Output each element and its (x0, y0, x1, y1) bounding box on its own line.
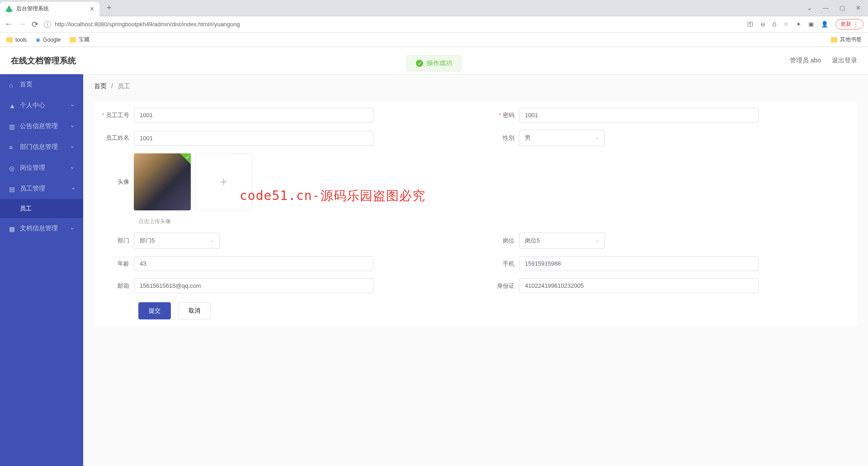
avatar-image[interactable] (134, 153, 191, 210)
sidebar-item-document[interactable]: ▦文档信息管理 (0, 218, 83, 239)
sidebar-item-home[interactable]: ⌂首页 (0, 74, 83, 95)
emp-id-label: 员工工号 (99, 111, 134, 119)
app-title: 在线文档管理系统 (11, 55, 76, 66)
upload-hint: 点击上传头像 (138, 218, 852, 225)
breadcrumb-home[interactable]: 首页 (94, 82, 107, 90)
avatar-add-button[interactable]: + (195, 153, 252, 210)
idcard-field[interactable] (519, 278, 759, 293)
doc-icon: ▦ (9, 225, 15, 232)
zoom-icon[interactable]: ⊖ (760, 21, 765, 28)
forward-icon[interactable]: → (18, 19, 26, 29)
close-window-icon[interactable]: ✕ (856, 5, 861, 11)
browser-tab[interactable]: 后台管理系统 × (0, 2, 99, 16)
dept-label: 部门 (99, 237, 134, 245)
star-icon[interactable]: ☆ (783, 21, 789, 28)
chart-icon: ▥ (9, 123, 15, 129)
cancel-button[interactable]: 取消 (178, 302, 211, 319)
bookmark-tools[interactable]: tools (6, 37, 27, 43)
emp-id-field[interactable] (134, 108, 373, 123)
chevron-down-icon[interactable]: ⌄ (807, 5, 812, 11)
sidebar-item-department[interactable]: ≡部门信息管理 (0, 137, 83, 157)
dept-select[interactable]: 部门5 (134, 233, 220, 249)
password-field[interactable] (519, 108, 759, 123)
main-content: 首页 / 员工 员工工号 密码 员工姓名 性别男 头像 + (83, 47, 868, 466)
name-label: 员工姓名 (99, 134, 134, 142)
reload-icon[interactable]: ⟳ (32, 19, 38, 29)
maximize-icon[interactable]: ▢ (840, 5, 845, 11)
sidebar-item-notice[interactable]: ▥公告信息管理 (0, 116, 83, 137)
folder-icon (6, 37, 13, 43)
breadcrumb-current: 员工 (118, 82, 130, 90)
breadcrumb: 首页 / 员工 (94, 82, 857, 90)
minimize-icon[interactable]: — (823, 5, 829, 11)
sidepanel-icon[interactable]: ▣ (808, 21, 814, 28)
name-field[interactable] (134, 131, 373, 146)
idcard-label: 身份证 (485, 282, 519, 290)
gender-label: 性别 (485, 134, 519, 142)
url-text: http://localhost:8080/springbootpkh49/ad… (55, 21, 240, 28)
info-icon: i (44, 21, 51, 28)
user-icon: ▲ (9, 102, 15, 109)
phone-label: 手机 (485, 260, 519, 268)
folder-icon (831, 37, 837, 43)
sidebar-item-position[interactable]: ◎岗位管理 (0, 157, 83, 178)
success-toast: 操作成功 (406, 55, 462, 71)
age-field[interactable] (134, 256, 373, 271)
sidebar-subitem-employee[interactable]: 员工 (0, 199, 83, 218)
browser-toolbar: ← → ⟳ i http://localhost:8080/springboot… (0, 16, 868, 33)
bookmarks-bar: tools ◉Google 宝藏 其他书签 (0, 33, 868, 47)
vue-icon (5, 5, 13, 13)
google-icon: ◉ (36, 37, 40, 43)
avatar-label: 头像 (99, 178, 134, 186)
translate-icon[interactable]: ⎙ (773, 21, 776, 28)
form-card: 员工工号 密码 员工姓名 性别男 头像 + 点击上传头像 部门部门5 (94, 101, 857, 326)
bookmark-google[interactable]: ◉Google (36, 37, 61, 43)
submit-button[interactable]: 提交 (138, 302, 171, 319)
admin-label[interactable]: 管理员 abo (790, 57, 821, 65)
clipboard-icon: ▤ (9, 185, 15, 192)
bookmark-collection[interactable]: 宝藏 (70, 36, 90, 43)
gender-select[interactable]: 男 (519, 130, 605, 146)
close-icon[interactable]: × (90, 5, 94, 13)
tab-title: 后台管理系统 (16, 5, 86, 13)
extension-icon[interactable]: ✦ (796, 21, 801, 28)
email-field[interactable] (134, 278, 373, 293)
url-bar[interactable]: i http://localhost:8080/springbootpkh49/… (44, 21, 742, 28)
profile-icon[interactable]: 👤 (821, 21, 828, 28)
sidebar: ⌂首页 ▲个人中心 ▥公告信息管理 ≡部门信息管理 ◎岗位管理 ▤员工管理 员工… (0, 47, 83, 466)
key-icon[interactable]: ⚿ (747, 21, 753, 28)
password-label: 密码 (485, 111, 519, 119)
folder-icon (70, 37, 76, 43)
new-tab-button[interactable]: + (103, 3, 115, 13)
age-label: 年龄 (99, 260, 134, 268)
sidebar-item-personal[interactable]: ▲个人中心 (0, 95, 83, 116)
phone-field[interactable] (519, 256, 759, 271)
home-icon: ⌂ (9, 81, 15, 88)
target-icon: ◎ (9, 165, 15, 171)
dept-icon: ≡ (9, 144, 15, 150)
window-controls: ⌄ — ▢ ✕ (800, 5, 868, 11)
logout-link[interactable]: 退出登录 (832, 57, 857, 65)
position-select[interactable]: 岗位5 (519, 233, 605, 249)
email-label: 邮箱 (99, 282, 134, 290)
sidebar-item-employee[interactable]: ▤员工管理 (0, 178, 83, 199)
update-button[interactable]: 更新 ⋮ (835, 19, 863, 29)
bookmark-other[interactable]: 其他书签 (831, 36, 862, 43)
position-label: 岗位 (485, 237, 519, 245)
browser-tab-bar: 后台管理系统 × + ⌄ — ▢ ✕ (0, 0, 868, 16)
check-icon (180, 153, 191, 164)
back-icon[interactable]: ← (5, 19, 13, 29)
